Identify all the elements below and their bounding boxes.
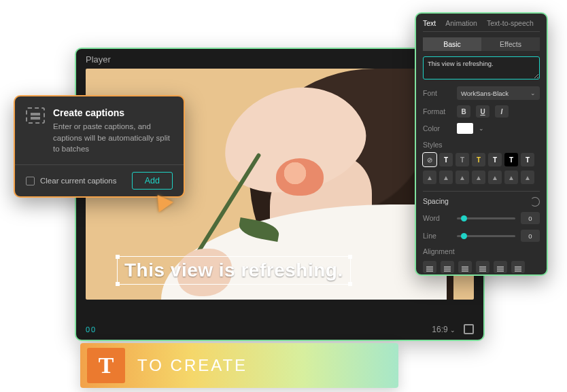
line-spacing-slider[interactable] <box>457 235 515 237</box>
create-captions-popover: Create captions Enter or paste captions,… <box>14 95 185 198</box>
style-preset-4[interactable]: T <box>488 153 502 166</box>
style-preset-11[interactable]: ▲ <box>488 171 502 184</box>
to-create-label: TO CREATE <box>137 356 247 375</box>
illustration-rose <box>276 158 324 196</box>
style-preset-1[interactable]: T <box>439 153 453 166</box>
spacing-label: Spacing <box>423 197 449 207</box>
word-spacing-value[interactable]: 0 <box>521 212 540 224</box>
chevron-down-icon[interactable]: ⌄ <box>479 125 484 132</box>
styles-label: Styles <box>423 141 451 149</box>
chevron-down-icon: ⌄ <box>530 90 536 96</box>
style-presets-row2: ▲ ▲ ▲ ▲ ▲ ▲ ▲ <box>423 171 540 184</box>
style-preset-6[interactable]: T <box>521 153 534 166</box>
timecode: 00 <box>86 325 97 334</box>
style-presets: ⊘ T T T T T T <box>423 153 540 166</box>
fullscreen-icon[interactable] <box>464 324 474 334</box>
color-swatch[interactable] <box>457 123 473 134</box>
checkbox-icon[interactable] <box>26 177 35 185</box>
align-right-button[interactable] <box>458 261 472 273</box>
style-preset-9[interactable]: ▲ <box>456 171 469 184</box>
popover-body: Enter or paste captions, and captions wi… <box>53 121 173 155</box>
format-label: Format <box>423 107 451 115</box>
style-preset-3[interactable]: T <box>472 153 485 166</box>
style-preset-8[interactable]: ▲ <box>439 171 453 184</box>
font-label: Font <box>423 89 451 97</box>
player-controls-bar: 00 16:9 ⌄ <box>86 324 474 334</box>
font-value: WorkSans-Black <box>461 90 509 97</box>
line-spacing-label: Line <box>423 232 451 240</box>
style-preset-2[interactable]: T <box>456 153 469 166</box>
aspect-ratio-selector[interactable]: 16:9 ⌄ <box>432 325 456 334</box>
add-button[interactable]: Add <box>132 172 173 190</box>
word-spacing-slider[interactable] <box>457 217 515 219</box>
chevron-down-icon: ⌄ <box>450 327 456 334</box>
style-preset-12[interactable]: ▲ <box>504 171 518 184</box>
reset-icon[interactable] <box>530 197 540 207</box>
subtab-effects[interactable]: Effects <box>481 37 540 51</box>
align-middle-button[interactable] <box>494 261 507 273</box>
panel-tabs: Text Animation Text-to-speech <box>423 19 540 32</box>
panel-subtabs: Basic Effects <box>423 37 540 51</box>
subtab-basic[interactable]: Basic <box>423 37 481 51</box>
caption-text-box[interactable]: This view is refreshing. <box>117 256 351 285</box>
align-left-button[interactable] <box>423 261 436 273</box>
style-preset-13[interactable]: ▲ <box>521 171 534 184</box>
alignment-label: Alignment <box>423 247 451 255</box>
tab-animation[interactable]: Animation <box>445 19 477 27</box>
style-none[interactable]: ⊘ <box>423 153 436 166</box>
alignment-buttons <box>423 261 540 273</box>
color-label: Color <box>423 124 451 132</box>
style-preset-10[interactable]: ▲ <box>472 171 485 184</box>
underline-button[interactable]: U <box>476 105 489 118</box>
italic-button[interactable]: I <box>495 105 509 118</box>
align-center-button[interactable] <box>441 261 454 273</box>
text-badge-icon: T <box>87 348 125 383</box>
tab-text[interactable]: Text <box>423 19 436 27</box>
clear-captions-option[interactable]: Clear current captions <box>26 177 117 185</box>
tab-tts[interactable]: Text-to-speech <box>487 19 534 27</box>
word-spacing-label: Word <box>423 214 451 222</box>
line-spacing-value[interactable]: 0 <box>521 230 540 242</box>
bold-button[interactable]: B <box>457 105 470 118</box>
clear-captions-label: Clear current captions <box>40 177 117 185</box>
text-inspector-panel: Text Animation Text-to-speech Basic Effe… <box>415 12 548 276</box>
to-create-banner[interactable]: T TO CREATE <box>80 343 398 388</box>
font-select[interactable]: WorkSans-Black ⌄ <box>457 86 540 100</box>
popover-heading: Create captions <box>53 107 173 118</box>
caption-text: This view is refreshing. <box>124 260 343 281</box>
align-bottom-button[interactable] <box>511 261 525 273</box>
caption-textarea[interactable] <box>423 56 540 79</box>
style-preset-7[interactable]: ▲ <box>423 171 436 184</box>
captions-icon <box>26 107 45 124</box>
style-preset-5[interactable]: T <box>504 153 518 166</box>
align-top-button[interactable] <box>476 261 489 273</box>
